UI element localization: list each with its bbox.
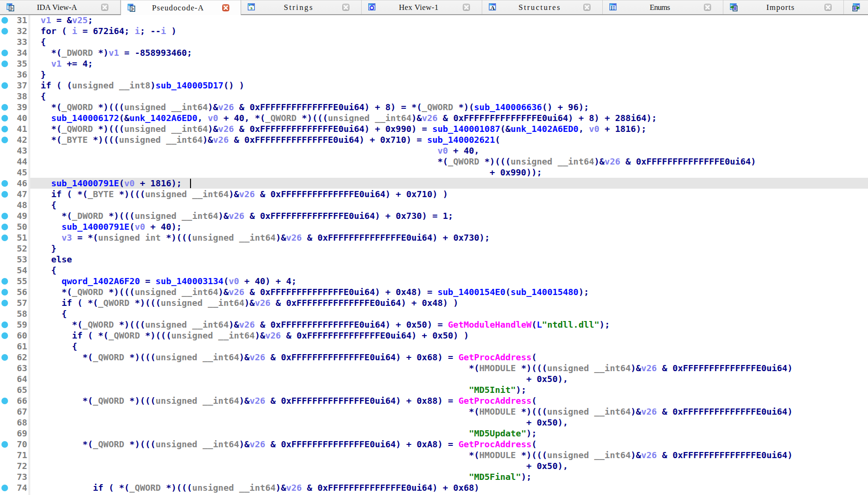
svg-text:’: ’ bbox=[252, 4, 254, 9]
svg-text:‘: ‘ bbox=[249, 4, 250, 9]
svg-text:A: A bbox=[490, 4, 495, 11]
